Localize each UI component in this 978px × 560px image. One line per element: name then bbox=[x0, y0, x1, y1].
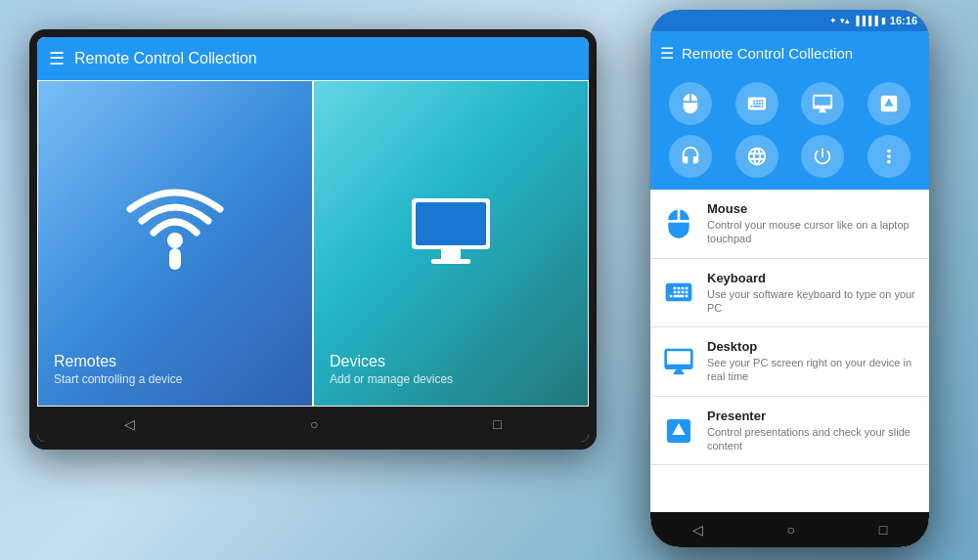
phone-desktop-btn[interactable] bbox=[801, 82, 844, 125]
tablet-card-label-remotes: Remotes Start controlling a device bbox=[54, 353, 182, 386]
tablet-appbar: ☰ Remote Control Collection bbox=[37, 37, 589, 80]
status-icons: ✦ ▾▴ ▐▐▐▐ ▮ bbox=[829, 16, 886, 25]
svg-point-0 bbox=[167, 233, 183, 248]
phone-list: Mouse Control your mouse cursor like on … bbox=[650, 190, 929, 512]
devices-icon bbox=[397, 179, 505, 286]
list-item-mouse[interactable]: Mouse Control your mouse cursor like on … bbox=[650, 190, 929, 259]
list-item-presenter[interactable]: Presenter Control presentations and chec… bbox=[650, 397, 929, 466]
phone-screen: ✦ ▾▴ ▐▐▐▐ ▮ 16:16 ☰ Remote Control Colle… bbox=[650, 10, 929, 547]
phone-keyboard-btn[interactable] bbox=[735, 82, 778, 125]
phone-statusbar: ✦ ▾▴ ▐▐▐▐ ▮ 16:16 bbox=[650, 10, 929, 31]
presenter-list-icon bbox=[660, 412, 697, 450]
phone-home-btn[interactable]: ○ bbox=[787, 522, 795, 538]
phone-headphone-btn[interactable] bbox=[669, 135, 712, 178]
wifi-status-icon: ▾▴ bbox=[840, 16, 850, 25]
remotes-icon bbox=[121, 179, 229, 286]
tablet-recent-btn[interactable]: □ bbox=[493, 416, 501, 432]
phone-back-btn[interactable]: ◁ bbox=[692, 522, 703, 538]
svg-rect-1 bbox=[169, 248, 181, 270]
svg-rect-4 bbox=[441, 249, 461, 259]
tablet-nav: ◁ ○ □ bbox=[37, 407, 589, 442]
tablet-card-remotes[interactable]: Remotes Start controlling a device bbox=[37, 80, 313, 407]
phone-icon-grid bbox=[650, 74, 929, 190]
tablet-screen: ☰ Remote Control Collection bbox=[37, 37, 589, 442]
tablet-card-label-devices: Devices Add or manage devices bbox=[330, 353, 453, 386]
bluetooth-icon: ✦ bbox=[829, 16, 837, 25]
phone-mouse-btn[interactable] bbox=[669, 82, 712, 125]
battery-icon: ▮ bbox=[881, 16, 886, 25]
list-item-desktop[interactable]: Desktop See your PC screen right on your… bbox=[650, 327, 929, 397]
tablet-card-devices[interactable]: Devices Add or manage devices bbox=[313, 80, 589, 407]
keyboard-list-text: Keyboard Use your software keyboard to t… bbox=[707, 271, 919, 316]
tablet-content-grid: Remotes Start controlling a device bbox=[37, 80, 589, 407]
tablet-home-btn[interactable]: ○ bbox=[310, 416, 318, 432]
tablet-device: ☰ Remote Control Collection bbox=[29, 29, 597, 450]
list-item-keyboard[interactable]: Keyboard Use your software keyboard to t… bbox=[650, 259, 929, 328]
phone-nav: ◁ ○ □ bbox=[650, 512, 929, 547]
tablet-appbar-title: Remote Control Collection bbox=[74, 50, 257, 67]
phone-appbar: ☰ Remote Control Collection bbox=[650, 31, 929, 74]
desktop-list-text: Desktop See your PC screen right on your… bbox=[707, 339, 919, 384]
phone-hamburger-icon[interactable]: ☰ bbox=[660, 44, 674, 63]
phone-appbar-title: Remote Control Collection bbox=[682, 45, 853, 62]
phone-more-btn[interactable] bbox=[867, 135, 911, 178]
desktop-list-icon bbox=[660, 343, 697, 380]
status-time: 16:16 bbox=[890, 15, 917, 26]
presenter-list-text: Presenter Control presentations and chec… bbox=[707, 409, 919, 453]
tablet-back-btn[interactable]: ◁ bbox=[124, 416, 135, 432]
phone-device: ✦ ▾▴ ▐▐▐▐ ▮ 16:16 ☰ Remote Control Colle… bbox=[650, 10, 929, 547]
mouse-list-text: Mouse Control your mouse cursor like on … bbox=[707, 201, 919, 246]
mouse-list-icon bbox=[660, 205, 697, 242]
phone-globe-btn[interactable] bbox=[735, 135, 778, 178]
hamburger-icon[interactable]: ☰ bbox=[49, 50, 65, 67]
keyboard-list-icon bbox=[660, 274, 697, 311]
phone-power-btn[interactable] bbox=[801, 135, 844, 178]
phone-presenter-btn[interactable] bbox=[867, 82, 911, 125]
svg-rect-3 bbox=[416, 202, 486, 245]
signal-icon: ▐▐▐▐ bbox=[853, 16, 878, 25]
phone-recent-btn[interactable]: □ bbox=[879, 522, 887, 538]
svg-rect-5 bbox=[431, 259, 470, 264]
